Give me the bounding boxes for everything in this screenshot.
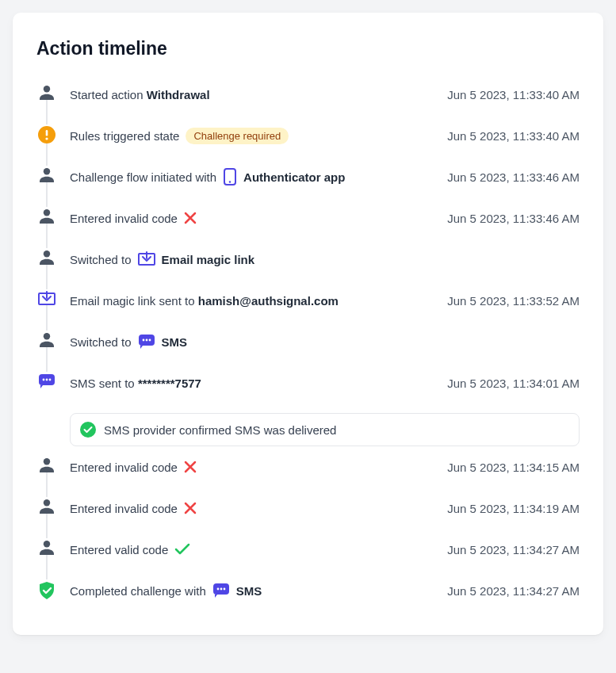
person-icon — [39, 540, 55, 556]
status-badge: Challenge required — [186, 128, 289, 144]
success-check-icon — [80, 422, 96, 438]
x-icon — [184, 502, 197, 514]
shield-icon — [38, 581, 55, 600]
person-icon — [39, 250, 55, 266]
event-timestamp: Jun 5 2023, 11:33:46 AM — [447, 170, 580, 184]
check-icon — [174, 543, 190, 556]
event-timestamp: Jun 5 2023, 11:33:46 AM — [447, 212, 580, 225]
timeline-row-icon — [36, 291, 57, 307]
timeline-row: SMS sent to ********7577Jun 5 2023, 11:3… — [36, 362, 580, 403]
bubble-icon — [212, 583, 230, 598]
timeline-row-content: Switched toSMS — [57, 332, 580, 351]
timeline-row-content: Entered invalid codeJun 5 2023, 11:34:19… — [57, 499, 580, 518]
timeline-row-text: Entered invalid code — [70, 212, 197, 225]
timeline-row-icon — [36, 167, 57, 183]
bubble-icon — [138, 334, 155, 350]
timeline-row-content: Started action WithdrawalJun 5 2023, 11:… — [57, 85, 580, 104]
timeline-row-icon — [36, 208, 57, 224]
timeline-row-content: Completed challenge withSMSJun 5 2023, 1… — [57, 581, 580, 600]
timeline-row-text: Switched toSMS — [70, 334, 187, 350]
timeline-row: Entered invalid codeJun 5 2023, 11:34:19… — [36, 488, 580, 529]
event-text: Entered invalid code — [70, 502, 178, 515]
event-text: Switched to — [70, 335, 132, 349]
event-bold: hamish@authsignal.com — [198, 294, 339, 308]
page-title: Action timeline — [36, 38, 580, 59]
timeline-row-text: Challenge flow initiated withAuthenticat… — [70, 168, 345, 185]
timeline-row-text: SMS sent to ********7577 — [70, 377, 201, 390]
timeline-row-text: Rules triggered stateChallenge required — [70, 128, 289, 144]
event-timestamp: Jun 5 2023, 11:34:15 AM — [447, 461, 580, 474]
timeline-row: Entered valid codeJun 5 2023, 11:34:27 A… — [36, 529, 580, 570]
delivery-status-panel: SMS provider confirmed SMS was delivered — [70, 413, 580, 446]
event-text: Entered invalid code — [70, 212, 178, 225]
person-icon — [39, 85, 55, 101]
timeline-row-text: Email magic link sent to hamish@authsign… — [70, 294, 339, 308]
event-timestamp: Jun 5 2023, 11:34:27 AM — [447, 584, 580, 598]
phone-icon — [223, 168, 237, 185]
timeline-row-text: Entered invalid code — [70, 502, 197, 515]
event-timestamp: Jun 5 2023, 11:34:27 AM — [447, 543, 580, 556]
event-bold: Withdrawal — [147, 88, 210, 101]
timeline-row-content: Switched toEmail magic link — [57, 250, 580, 269]
event-bold: ********7577 — [138, 377, 201, 390]
timeline-row-icon — [36, 126, 57, 143]
event-timestamp: Jun 5 2023, 11:33:40 AM — [447, 88, 580, 101]
delivery-status-text: SMS provider confirmed SMS was delivered — [104, 423, 336, 437]
action-timeline-card: Action timeline Started action Withdrawa… — [13, 13, 603, 635]
timeline-row: Entered invalid codeJun 5 2023, 11:34:15… — [36, 446, 580, 488]
x-icon — [184, 461, 197, 473]
timeline-row-content: Email magic link sent to hamish@authsign… — [57, 291, 580, 310]
timeline-row-icon — [36, 499, 57, 514]
timeline-row-text: Completed challenge withSMS — [70, 583, 262, 598]
bubble-icon — [38, 373, 55, 389]
x-icon — [184, 212, 197, 224]
inbox-icon — [138, 251, 155, 267]
timeline-row: Started action WithdrawalJun 5 2023, 11:… — [36, 74, 580, 115]
person-icon — [39, 499, 55, 514]
inbox-icon — [38, 291, 55, 307]
timeline-list: Started action WithdrawalJun 5 2023, 11:… — [36, 74, 580, 611]
event-text: SMS sent to ********7577 — [70, 377, 201, 390]
person-icon — [39, 208, 55, 224]
timeline-row-content: Entered invalid codeJun 5 2023, 11:33:46… — [57, 208, 580, 228]
event-timestamp: Jun 5 2023, 11:33:52 AM — [447, 294, 580, 308]
event-text: Switched to — [70, 253, 132, 266]
timeline-row-text: Started action Withdrawal — [70, 88, 210, 101]
timeline-row: Email magic link sent to hamish@authsign… — [36, 280, 580, 321]
event-method: SMS — [162, 335, 188, 349]
timeline-row-icon — [36, 373, 57, 389]
event-method: SMS — [236, 584, 262, 598]
event-text: Started action Withdrawal — [70, 88, 210, 101]
timeline-row: Rules triggered stateChallenge requiredJ… — [36, 115, 580, 156]
timeline-row-content: Entered valid codeJun 5 2023, 11:34:27 A… — [57, 540, 580, 559]
event-text: Completed challenge with — [70, 584, 206, 598]
timeline-row-icon — [36, 581, 57, 600]
timeline-row-content: Entered invalid codeJun 5 2023, 11:34:15… — [57, 457, 580, 476]
timeline-row: Entered invalid codeJun 5 2023, 11:33:46… — [36, 197, 580, 239]
event-timestamp: Jun 5 2023, 11:34:19 AM — [447, 502, 580, 515]
timeline-row-content: Rules triggered stateChallenge requiredJ… — [57, 126, 580, 145]
event-text: Email magic link sent to hamish@authsign… — [70, 294, 339, 308]
timeline-row-content: Challenge flow initiated withAuthenticat… — [57, 167, 580, 186]
event-timestamp: Jun 5 2023, 11:33:40 AM — [447, 129, 580, 143]
timeline-row-icon — [36, 457, 57, 473]
timeline-row-text: Entered invalid code — [70, 461, 197, 474]
event-timestamp: Jun 5 2023, 11:34:01 AM — [447, 377, 580, 390]
event-text: Challenge flow initiated with — [70, 170, 216, 184]
timeline-row: Switched toEmail magic link — [36, 239, 580, 280]
timeline-row-content: SMS sent to ********7577Jun 5 2023, 11:3… — [57, 373, 580, 392]
event-text: Entered valid code — [70, 543, 168, 556]
warning-icon — [38, 126, 55, 143]
timeline-row-icon — [36, 332, 57, 348]
timeline-row: Completed challenge withSMSJun 5 2023, 1… — [36, 570, 580, 611]
timeline-row-text: Entered valid code — [70, 543, 190, 556]
event-method: Email magic link — [162, 253, 255, 266]
timeline-row-text: Switched toEmail magic link — [70, 251, 254, 267]
person-icon — [39, 457, 55, 473]
event-method: Authenticator app — [243, 170, 345, 184]
timeline-row: Switched toSMS — [36, 321, 580, 362]
timeline-row-icon — [36, 85, 57, 101]
person-icon — [39, 167, 55, 183]
timeline-row-icon — [36, 540, 57, 556]
timeline-row: Challenge flow initiated withAuthenticat… — [36, 156, 580, 197]
